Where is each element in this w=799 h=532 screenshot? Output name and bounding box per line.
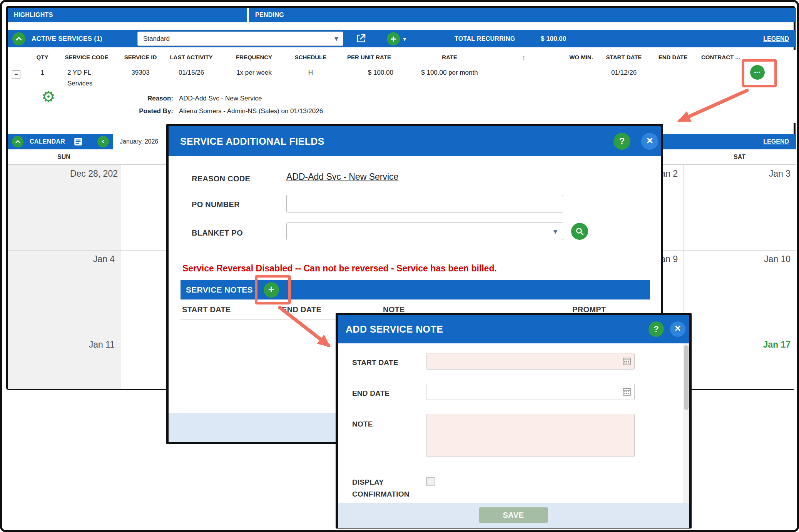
end-date-label: END DATE <box>352 389 389 398</box>
gear-icon[interactable]: ⚙ <box>42 89 55 104</box>
close-button[interactable]: × <box>641 133 658 150</box>
sunday-column-shading <box>8 165 120 389</box>
start-date-input[interactable] <box>426 353 635 370</box>
total-recurring-value: $ 100.00 <box>541 30 566 47</box>
notes-column-start-date: START DATE <box>182 305 231 314</box>
services-table-header: QTY SERVICE CODE SERVICE ID LAST ACTIVIT… <box>8 50 796 65</box>
cell-start-date: 01/12/26 <box>599 67 649 78</box>
chevron-left-icon: ‹ <box>102 136 104 146</box>
search-icon <box>575 226 585 236</box>
plus-glyph: + <box>390 33 396 45</box>
column-header-per-unit-rate[interactable]: PER UNIT RATE <box>334 50 404 65</box>
reversal-warning-message: Service Reversal Disabled -- Can not be … <box>182 263 497 274</box>
reason-label: Reason: <box>94 94 173 104</box>
close-icon: × <box>675 323 681 335</box>
sort-ascending-icon: ↑ <box>518 50 529 65</box>
modal-title: ADD SERVICE NOTE <box>346 315 443 343</box>
open-in-new-window-button[interactable] <box>355 33 368 45</box>
day-header-sun: SUN <box>8 149 120 165</box>
column-header-service-id[interactable]: SERVICE ID <box>114 50 167 65</box>
plus-icon: + <box>387 32 400 45</box>
note-label: NOTE <box>352 420 373 428</box>
annotation-highlight-add-note <box>255 275 291 304</box>
active-services-title: ACTIVE SERVICES (1) <box>32 30 102 47</box>
cell-last-activity: 01/15/26 <box>160 67 222 78</box>
help-icon: ? <box>619 136 625 147</box>
blanket-po-label: BLANKET PO <box>192 229 243 238</box>
modal-title: SERVICE ADDITIONAL FIELDS <box>180 126 324 156</box>
calendar-cell[interactable]: Jan 4 <box>8 250 120 264</box>
chevron-down-icon: ▾ <box>553 223 557 240</box>
highlights-section-header[interactable]: HIGHLIGHTS <box>8 8 247 22</box>
pending-title: PENDING <box>255 8 284 22</box>
column-header-last-activity[interactable]: LAST ACTIVITY <box>160 50 222 65</box>
scrollbar-thumb[interactable] <box>684 345 689 410</box>
calendar-cell[interactable]: Jan 11 <box>8 336 120 350</box>
calendar-cell-highlighted[interactable]: Jan 17 <box>683 336 796 350</box>
pending-section-header[interactable]: PENDING <box>249 8 796 22</box>
calendar-cell[interactable]: Jan 3 <box>683 165 796 179</box>
chevron-down-icon: ▾ <box>334 32 338 45</box>
cell-service-code: 2 YD FL Services <box>67 67 104 89</box>
service-notes-title: SERVICE NOTES <box>186 280 253 299</box>
column-header-start-date[interactable]: START DATE <box>599 50 649 65</box>
end-date-input[interactable] <box>426 384 635 400</box>
scrollbar-track[interactable] <box>683 343 689 503</box>
external-link-icon <box>355 33 367 44</box>
highlights-title: HIGHLIGHTS <box>14 8 53 22</box>
note-textarea[interactable] <box>426 414 635 457</box>
chevron-down-icon: ▾ <box>403 35 406 43</box>
service-table-row: − 1 2 YD FL Services 39303 01/15/26 1x p… <box>8 65 796 123</box>
calendar-list-view-button[interactable] <box>73 137 83 147</box>
column-header-rate[interactable]: RATE <box>419 50 480 65</box>
end-date-field <box>426 384 635 400</box>
date-picker-icon[interactable] <box>622 356 632 368</box>
column-header-service-code[interactable]: SERVICE CODE <box>56 50 117 65</box>
calendar-legend-link[interactable]: LEGEND <box>763 134 789 149</box>
cell-qty: 1 <box>27 67 58 78</box>
display-confirmation-checkbox[interactable] <box>426 477 435 486</box>
po-number-input[interactable] <box>286 195 563 212</box>
save-button-label: SAVE <box>503 511 524 519</box>
service-view-select[interactable]: Standard ▾ <box>137 32 343 46</box>
calendar-cell[interactable]: Dec 28, 202 <box>8 165 120 179</box>
help-icon: ? <box>654 324 659 334</box>
list-icon <box>73 137 83 147</box>
help-button[interactable]: ? <box>649 321 664 337</box>
screenshot-root: HIGHLIGHTS PENDING ACTIVE SERVICES (1) S… <box>0 0 799 532</box>
blanket-po-search-button[interactable] <box>571 223 588 240</box>
column-header-end-date[interactable]: END DATE <box>651 50 695 65</box>
chevron-up-icon <box>15 139 21 145</box>
date-picker-icon[interactable] <box>622 387 632 398</box>
blanket-po-select[interactable]: ▾ <box>286 223 563 240</box>
help-button[interactable]: ? <box>613 133 630 150</box>
collapse-row-button[interactable]: − <box>12 70 20 79</box>
calendar-cell[interactable]: Jan 10 <box>683 250 796 264</box>
annotation-highlight-contract-options <box>742 59 777 87</box>
start-date-field <box>426 353 635 370</box>
calendar-month-label: January, 2026 <box>120 134 158 149</box>
active-services-legend-link[interactable]: LEGEND <box>763 30 789 47</box>
collapse-calendar-button[interactable] <box>12 136 23 147</box>
active-services-header-bar: ACTIVE SERVICES (1) Standard ▾ + ▾ TOTAL… <box>8 30 796 47</box>
column-header-frequency[interactable]: FREQUENCY <box>223 50 285 65</box>
collapse-active-services-button[interactable] <box>12 32 25 45</box>
column-header-schedule[interactable]: SCHEDULE <box>280 50 341 65</box>
start-date-label: START DATE <box>352 358 398 367</box>
reason-code-label: REASON CODE <box>192 174 250 183</box>
service-notes-section-bar: SERVICE NOTES + <box>181 280 650 299</box>
reason-value: ADD-Add Svc - New Service <box>179 94 262 104</box>
total-recurring-label: TOTAL RECURRING <box>455 30 515 47</box>
cell-frequency: 1x per week <box>223 67 285 78</box>
close-button[interactable]: × <box>670 321 685 337</box>
modal-title-bar: ADD SERVICE NOTE ? × <box>338 315 689 343</box>
minus-icon: − <box>14 71 18 78</box>
reason-code-link[interactable]: ADD-Add Svc - New Service <box>286 172 398 182</box>
posted-by-value: Aliena Somers - Admin-NS (Sales) on 01/1… <box>179 106 323 116</box>
add-service-button[interactable]: + ▾ <box>387 32 412 45</box>
column-header-qty[interactable]: QTY <box>27 50 58 65</box>
save-button[interactable]: SAVE <box>479 507 548 523</box>
cell-per-unit-rate: $ 100.00 <box>332 67 393 78</box>
po-number-label: PO NUMBER <box>192 200 240 209</box>
previous-month-button[interactable]: ‹ <box>97 136 109 147</box>
